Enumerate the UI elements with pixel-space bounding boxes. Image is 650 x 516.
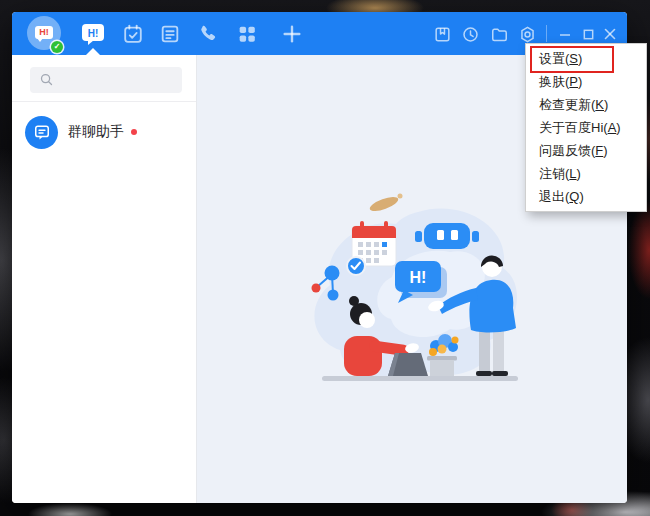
menu-item-label: 换肤 [539,74,565,89]
titlebar-divider [546,25,547,42]
tab-schedule[interactable] [120,21,146,47]
empty-state-illustration: H! [300,190,540,400]
tab-apps[interactable] [234,21,260,47]
menu-item-mnemonic: L [565,166,581,181]
menu-item-mnemonic: P [565,74,582,89]
menu-item-mnemonic: F [591,143,608,158]
menu-item-change-skin[interactable]: 换肤P [526,70,646,93]
assistant-chat-icon [32,122,52,142]
history-button[interactable] [457,21,483,47]
phone-icon [197,23,219,45]
online-status-badge: ✓ [51,41,63,53]
menu-item-label: 退出 [539,189,565,204]
close-icon [603,27,617,41]
news-list-icon [159,23,181,45]
user-avatar[interactable]: H! ✓ [27,16,61,50]
baidu-hi-logo: H! [35,26,53,39]
apps-grid-icon [236,23,258,45]
tab-call[interactable] [195,21,221,47]
menu-item-mnemonic: Q [565,189,584,204]
minimize-icon [558,27,572,41]
favorites-icon [433,25,452,44]
desktop-wallpaper: H! ✓ H! [0,0,650,516]
menu-item-exit[interactable]: 退出Q [526,185,646,208]
svg-text:H!: H! [410,269,427,286]
laptop-illustration [388,353,428,376]
sidebar-divider [12,101,196,102]
chat-icon: H! [80,22,106,46]
menu-item-label: 注销 [539,166,565,181]
menu-item-logout[interactable]: 注销L [526,162,646,185]
menu-item-label: 关于百度Hi [539,120,603,135]
calendar-check-icon [122,23,144,45]
group-assistant-avatar [25,116,58,149]
tab-news[interactable] [157,21,183,47]
tab-chat[interactable]: H! [80,21,106,47]
history-clock-icon [461,25,480,44]
menu-item-label: 设置 [539,51,565,66]
ground-line [322,376,518,381]
menu-item-check-update[interactable]: 检查更新K [526,93,646,116]
sidebar: 群聊助手 [12,55,197,503]
menu-item-mnemonic: A [603,120,620,135]
menu-item-settings[interactable]: 设置S [526,47,646,70]
menu-item-label: 问题反馈 [539,143,591,158]
unread-dot [131,129,137,135]
conversation-item-group-assistant[interactable]: 群聊助手 [12,107,196,157]
menu-item-mnemonic: S [565,51,582,66]
search-icon [39,72,54,87]
active-tab-notch [86,48,100,55]
settings-gear-icon [518,25,537,44]
menu-item-label: 检查更新 [539,97,591,112]
menu-item-mnemonic: K [591,97,608,112]
favorites-button[interactable] [429,21,455,47]
hi-speech-bubble: H! [395,261,447,303]
leaf-decoration [368,194,402,214]
menu-item-feedback[interactable]: 问题反馈F [526,139,646,162]
menu-item-about[interactable]: 关于百度HiA [526,116,646,139]
settings-dropdown-menu: 设置S 换肤P 检查更新K 关于百度HiA 问题反馈F 注销L 退出Q [525,43,647,212]
add-button[interactable] [279,21,305,47]
search-box[interactable] [30,67,182,93]
svg-text:H!: H! [88,28,99,39]
maximize-icon [582,28,595,41]
plus-icon [281,23,303,45]
conversation-label: 群聊助手 [68,123,124,141]
files-button[interactable] [486,21,512,47]
folder-icon [490,25,509,44]
